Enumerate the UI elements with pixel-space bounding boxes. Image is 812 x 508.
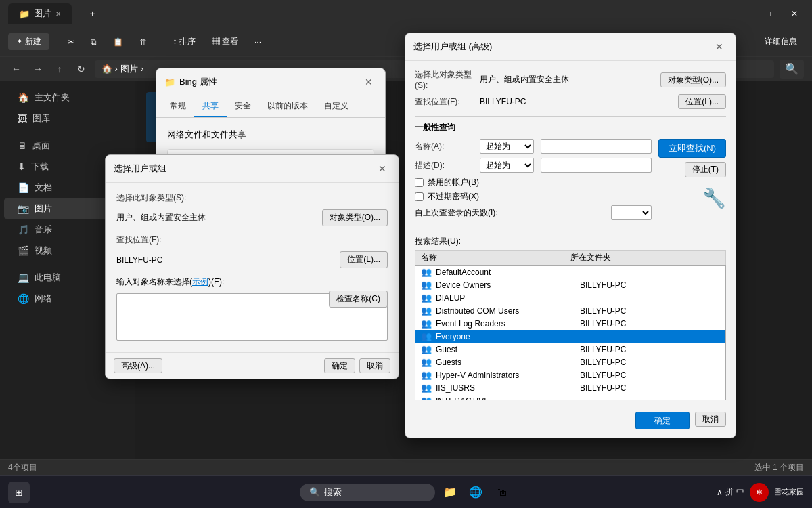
disabled-checkbox[interactable] (415, 178, 424, 187)
result-row[interactable]: 👥IIS_IUSRSBILLYFU-PC (415, 381, 725, 394)
adv-cancel-btn[interactable]: 取消 (695, 412, 726, 427)
close-btn[interactable]: ✕ (785, 4, 804, 23)
col-name-header[interactable]: 名称 (421, 252, 570, 263)
desc-query-input[interactable] (541, 158, 652, 173)
result-row[interactable]: 👥Event Log ReadersBILLYFU-PC (415, 317, 725, 330)
col-location-header[interactable]: 所在文件夹 (570, 252, 720, 263)
no-expire-checkbox-row: 不过期密码(X) (415, 191, 652, 203)
file-count: 4个项目 (8, 462, 37, 473)
location-btn[interactable]: 位置(L)... (340, 251, 388, 268)
days-select[interactable] (611, 205, 652, 220)
days-label: 自上次查登录的天数(I): (415, 207, 607, 219)
desc-condition-select[interactable]: 起始为 (480, 158, 534, 173)
tab-close-btn[interactable]: ✕ (55, 10, 61, 18)
advanced-dialog: 选择用户或组 (高级) ✕ 选择此对象类型(S): 用户、组或内置安全主体 对象… (405, 33, 736, 438)
adv-object-type-btn[interactable]: 对象类型(O)... (660, 72, 726, 87)
ime-label[interactable]: 拼 (725, 486, 734, 498)
result-row[interactable]: 👥DIALUP (415, 291, 725, 304)
advanced-dialog-close-btn[interactable]: ✕ (711, 39, 727, 55)
taskbar-explorer[interactable]: 📁 (439, 482, 461, 503)
toolbar-divider-2 (160, 35, 160, 49)
user-icon: 👥 (421, 331, 432, 341)
search-label: 搜索 (324, 486, 342, 499)
result-row[interactable]: 👥Everyone (415, 330, 725, 343)
taskbar-store[interactable]: 🛍 (491, 482, 512, 503)
adv-ok-btn[interactable]: 确定 (635, 412, 690, 429)
back-btn[interactable]: ← (8, 61, 24, 77)
tab-share[interactable]: 共享 (194, 96, 227, 117)
taskbar-search[interactable]: 🔍 搜索 (300, 484, 435, 501)
view-button[interactable]: ▦ 查看 (205, 33, 245, 50)
minimize-btn[interactable]: ─ (742, 4, 761, 23)
find-now-btn[interactable]: 立即查找(N) (658, 139, 726, 158)
input-label-text2: )(E): (208, 277, 224, 287)
brand-icon: ❄ (756, 488, 763, 497)
result-row[interactable]: 👥GuestsBILLYFU-PC (415, 356, 725, 368)
sidebar-item-home[interactable]: 🏠 主文件夹 (4, 87, 131, 108)
user-icon: 👥 (421, 318, 432, 329)
user-icon: 👥 (421, 280, 432, 290)
adv-object-type-row: 选择此对象类型(S): 用户、组或内置安全主体 对象类型(O)... (415, 69, 726, 90)
results-list[interactable]: 👥DefaultAccount👥Device OwnersBILLYFU-PC👥… (415, 265, 726, 400)
result-row[interactable]: 👥DefaultAccount (415, 266, 725, 278)
name-query-row: 名称(A): 起始为 (415, 139, 652, 154)
new-button[interactable]: ✦ 新建 (8, 33, 49, 50)
desc-query-row: 描述(D): 起始为 (415, 158, 652, 173)
select-user-cancel-btn[interactable]: 取消 (359, 358, 390, 373)
adv-location-row: 查找位置(F): BILLYFU-PC 位置(L)... (415, 94, 726, 109)
explorer-tab[interactable]: 📁 图片 ✕ (8, 3, 72, 24)
bing-props-tabs: 常规 共享 安全 以前的版本 自定义 (156, 96, 385, 118)
cut-button[interactable]: ✂ (61, 35, 81, 49)
name-query-input[interactable] (541, 139, 652, 154)
music-icon: 🎵 (18, 224, 29, 235)
more-button[interactable]: ··· (248, 35, 268, 49)
address-search-btn[interactable]: 🔍 (780, 60, 804, 79)
user-icon: 👥 (421, 370, 432, 380)
downloads-icon: ⬇ (18, 161, 26, 172)
delete-button[interactable]: 🗑 (133, 35, 154, 49)
sidebar-item-desktop[interactable]: 🖥 桌面 (4, 135, 131, 156)
no-expire-checkbox[interactable] (415, 192, 424, 201)
check-name-btn[interactable]: 检查名称(C) (329, 291, 388, 308)
start-button[interactable]: ⊞ (8, 482, 30, 503)
example-link[interactable]: 示例 (192, 277, 208, 287)
result-row[interactable]: 👥Distributed COM UsersBILLYFU-PC (415, 304, 725, 317)
adv-location-btn[interactable]: 位置(L)... (678, 94, 726, 109)
copy-button[interactable]: ⧉ (84, 35, 104, 49)
tab-general[interactable]: 常规 (162, 96, 194, 117)
forward-btn[interactable]: → (30, 61, 46, 77)
select-user-small-close-btn[interactable]: ✕ (374, 161, 390, 177)
up-btn[interactable]: ↑ (51, 61, 68, 77)
sidebar-item-gallery[interactable]: 🖼 图库 (4, 108, 131, 129)
stop-btn[interactable]: 停止(T) (685, 162, 726, 177)
result-row[interactable]: 👥Device OwnersBILLYFU-PC (415, 278, 725, 291)
result-name: Device Owners (436, 280, 576, 290)
result-row[interactable]: 👥INTERACTIVE (415, 394, 725, 400)
object-type-btn[interactable]: 对象类型(O)... (322, 209, 388, 226)
select-user-ok-btn[interactable]: 确定 (324, 358, 355, 373)
result-row[interactable]: 👥GuestBILLYFU-PC (415, 343, 725, 356)
tab-custom[interactable]: 自定义 (316, 96, 357, 117)
advanced-btn[interactable]: 高级(A)... (114, 358, 162, 373)
result-name: Hyper-V Administrators (436, 371, 576, 380)
bing-props-close-btn[interactable]: ✕ (361, 74, 377, 90)
result-row[interactable]: 👥Hyper-V AdministratorsBILLYFU-PC (415, 368, 725, 381)
select-user-small-title-text: 选择用户或组 (114, 163, 166, 175)
taskbar-right: ∧ 拼 中 ❄ 雪花家园 (717, 483, 804, 502)
tab-security[interactable]: 安全 (227, 96, 259, 117)
network-icon: 🌐 (18, 293, 29, 304)
tab-previous[interactable]: 以前的版本 (259, 96, 316, 117)
paste-button[interactable]: 📋 (106, 35, 130, 49)
sort-button[interactable]: ↕ 排序 (166, 33, 202, 50)
find-btn-area: 立即查找(N) 停止(T) 🔧 (658, 139, 726, 209)
name-condition-select[interactable]: 起始为 (480, 139, 534, 154)
new-tab-btn[interactable]: ＋ (77, 3, 108, 24)
result-name: Everyone (436, 332, 576, 341)
tray-arrow[interactable]: ∧ (717, 488, 723, 497)
time-label[interactable]: 中 (736, 486, 744, 498)
sidebar-desktop-label: 桌面 (32, 140, 50, 152)
details-button[interactable]: 详细信息 (758, 33, 804, 50)
refresh-btn[interactable]: ↻ (73, 61, 89, 77)
maximize-btn[interactable]: □ (763, 4, 782, 23)
taskbar-edge[interactable]: 🌐 (465, 482, 487, 503)
